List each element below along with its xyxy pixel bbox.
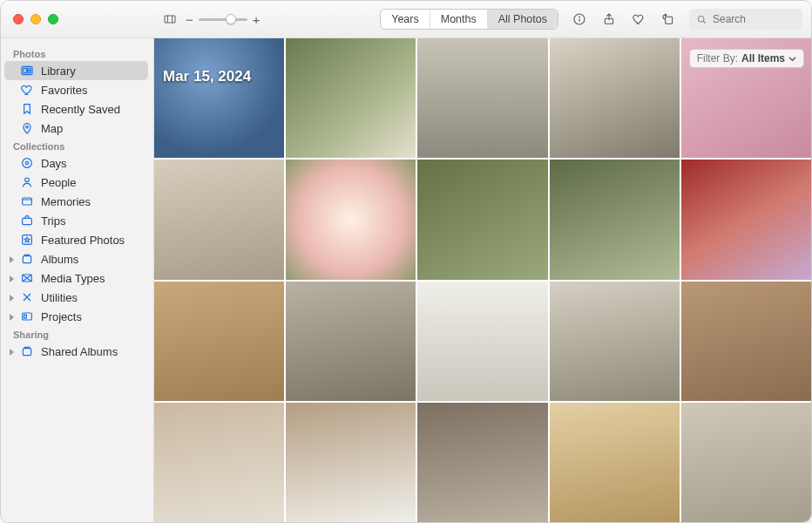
- sidebar-section-header: Sharing: [4, 326, 148, 342]
- share-button[interactable]: [597, 9, 621, 30]
- zoom-slider[interactable]: [199, 18, 247, 21]
- close-window-button[interactable]: [13, 14, 24, 24]
- info-button[interactable]: [567, 9, 592, 30]
- sidebar-item-label: Albums: [41, 253, 78, 266]
- sidebar-item-label: Media Types: [41, 272, 105, 285]
- svg-rect-22: [24, 315, 27, 318]
- heart-icon: [20, 83, 34, 97]
- date-header: Mar 15, 2024: [163, 68, 251, 85]
- photo-thumbnail[interactable]: [286, 160, 416, 279]
- sidebar-item-utilities[interactable]: Utilities: [4, 288, 148, 307]
- sidebar-item-map[interactable]: Map: [4, 119, 148, 138]
- sidebar-item-recently-saved[interactable]: Recently Saved: [4, 99, 148, 119]
- sidebar-item-shared-albums[interactable]: Shared Albums: [4, 342, 148, 361]
- photo-thumbnail[interactable]: [154, 38, 284, 158]
- sidebar-item-featured-photos[interactable]: Featured Photos: [4, 230, 148, 249]
- rotate-icon: [661, 12, 675, 26]
- svg-rect-17: [23, 218, 32, 224]
- photo-thumbnail[interactable]: [681, 403, 811, 522]
- sidebar-section-header: Photos: [4, 45, 148, 61]
- sidebar-item-label: Projects: [41, 310, 82, 323]
- svg-point-13: [23, 159, 32, 168]
- sidebar-section-header: Collections: [4, 138, 148, 153]
- sidebar-item-favorites[interactable]: Favorites: [4, 80, 148, 99]
- sidebar-item-memories[interactable]: Memories: [4, 192, 148, 211]
- photo-thumbnail[interactable]: [417, 38, 547, 158]
- photo-thumbnail[interactable]: [681, 282, 811, 401]
- photo-thumbnail[interactable]: [550, 282, 680, 401]
- favorite-button[interactable]: [626, 9, 651, 30]
- window-controls: [1, 14, 154, 24]
- view-mode-tabs: Years Months All Photos: [380, 9, 558, 30]
- sidebar-item-projects[interactable]: Projects: [4, 307, 148, 326]
- filter-dropdown[interactable]: Filter By: All Items: [689, 49, 804, 68]
- minimize-window-button[interactable]: [30, 14, 41, 24]
- photo-thumbnail[interactable]: [550, 38, 680, 158]
- photo-thumbnail[interactable]: [154, 403, 284, 522]
- chevron-down-icon: [788, 55, 796, 63]
- svg-rect-10: [28, 68, 30, 70]
- toolbar: − + Years Months All Photos: [154, 9, 811, 30]
- photo-thumbnail[interactable]: [417, 403, 547, 522]
- sidebar-item-label: Memories: [41, 195, 91, 208]
- filter-value: All Items: [741, 52, 785, 65]
- photo-thumbnail[interactable]: [286, 403, 416, 522]
- fullscreen-window-button[interactable]: [48, 14, 58, 24]
- photo-aspect-toggle[interactable]: [163, 12, 177, 26]
- sidebar-item-trips[interactable]: Trips: [4, 211, 148, 230]
- sidebar-item-label: Library: [41, 65, 76, 78]
- projects-icon: [20, 309, 34, 323]
- sidebar-item-label: Trips: [41, 214, 65, 228]
- photo-thumbnail[interactable]: [417, 282, 547, 401]
- zoom-in-button[interactable]: +: [253, 12, 261, 27]
- photo-thumbnail[interactable]: [286, 282, 416, 401]
- sidebar-item-label: People: [41, 176, 76, 189]
- search-input[interactable]: [713, 13, 791, 25]
- tab-months[interactable]: Months: [430, 10, 487, 29]
- sidebar-item-days[interactable]: Days: [4, 153, 148, 173]
- svg-point-3: [579, 17, 580, 17]
- photo-thumbnail[interactable]: [550, 160, 680, 279]
- suitcase-icon: [20, 214, 34, 228]
- svg-rect-11: [28, 71, 30, 72]
- sidebar-item-label: Map: [41, 122, 63, 135]
- albums-icon: [20, 252, 34, 266]
- photo-grid-area: Mar 15, 2024 Filter By: All Items: [154, 38, 811, 522]
- sidebar-item-people[interactable]: People: [4, 173, 148, 192]
- svg-rect-19: [23, 256, 30, 263]
- svg-rect-5: [666, 17, 673, 24]
- heart-icon: [632, 12, 646, 26]
- rotate-button[interactable]: [656, 9, 680, 30]
- media-types-icon: [20, 271, 34, 285]
- sidebar-item-label: Favorites: [41, 84, 87, 97]
- info-icon: [572, 12, 586, 26]
- photo-thumbnail[interactable]: [154, 160, 284, 279]
- photo-thumbnail[interactable]: [286, 38, 416, 158]
- photo-thumbnail[interactable]: [417, 160, 547, 279]
- sidebar-item-label: Featured Photos: [41, 234, 125, 247]
- window-body: Photos Library Favorites Recently Saved …: [1, 38, 811, 522]
- map-pin-icon: [20, 121, 34, 135]
- search-field[interactable]: [689, 9, 802, 30]
- zoom-out-button[interactable]: −: [186, 12, 193, 27]
- sidebar-item-media-types[interactable]: Media Types: [4, 268, 148, 288]
- svg-rect-16: [23, 198, 32, 205]
- filter-label: Filter By:: [697, 52, 738, 65]
- person-icon: [20, 175, 34, 189]
- svg-rect-23: [23, 349, 30, 356]
- sidebar-item-library[interactable]: Library: [4, 61, 148, 80]
- svg-rect-0: [165, 16, 175, 23]
- sidebar-item-albums[interactable]: Albums: [4, 249, 148, 268]
- aspect-icon: [163, 12, 177, 26]
- photo-thumbnail[interactable]: [154, 282, 284, 401]
- titlebar: − + Years Months All Photos: [1, 1, 811, 38]
- tab-all-photos[interactable]: All Photos: [487, 10, 558, 29]
- zoom-control: − +: [186, 12, 261, 27]
- photo-thumbnail[interactable]: [550, 403, 680, 522]
- photo-thumbnail[interactable]: [681, 160, 811, 279]
- tab-years[interactable]: Years: [381, 10, 430, 29]
- bookmark-icon: [20, 102, 34, 116]
- shared-albums-icon: [20, 344, 34, 358]
- star-frame-icon: [20, 233, 34, 247]
- svg-point-6: [698, 16, 704, 22]
